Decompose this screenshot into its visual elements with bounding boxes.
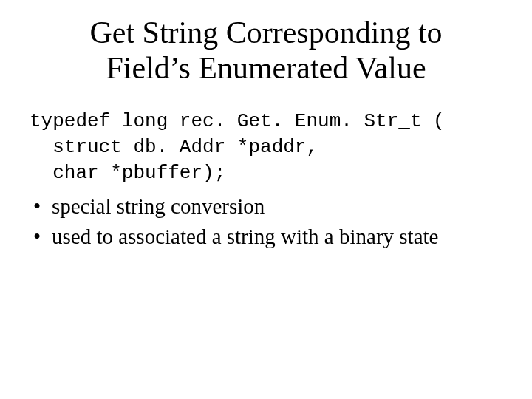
bullet-text: used to associated a string with a binar… <box>52 225 438 248</box>
title-line-2: Field’s Enumerated Value <box>106 51 426 85</box>
code-line-1: typedef long rec. Get. Enum. Str_t ( <box>30 109 502 134</box>
code-line-3: char *pbuffer); <box>30 160 502 186</box>
code-line-2: struct db. Addr *paddr, <box>30 134 502 160</box>
slide-title: Get String Corresponding to Field’s Enum… <box>30 15 502 86</box>
bullet-list: special string conversion used to associ… <box>30 192 502 251</box>
title-line-1: Get String Corresponding to <box>89 16 442 50</box>
code-block: typedef long rec. Get. Enum. Str_t ( str… <box>30 109 502 186</box>
bullet-item: special string conversion <box>30 192 502 221</box>
bullet-item: used to associated a string with a binar… <box>30 222 502 251</box>
bullet-text: special string conversion <box>52 194 265 218</box>
